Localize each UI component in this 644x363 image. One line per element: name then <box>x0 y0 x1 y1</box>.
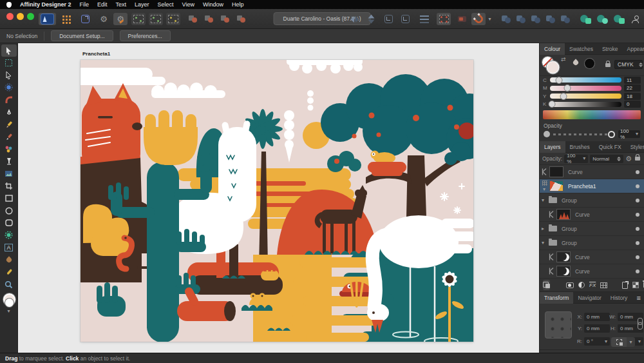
tab-layers[interactable]: Layers <box>540 141 565 153</box>
tab-brushes[interactable]: Brushes <box>565 141 594 153</box>
layer-row-curve-1[interactable]: Curve <box>540 165 644 179</box>
zoom-window-button[interactable] <box>27 13 34 20</box>
tab-navigator[interactable]: Navigator <box>573 292 605 304</box>
visibility-dot[interactable] <box>636 241 639 245</box>
swap-colours-icon[interactable]: ⇄ <box>561 56 566 63</box>
x-field[interactable]: 0 mm <box>584 313 610 321</box>
layer-effects-button[interactable]: FX <box>589 280 596 290</box>
opacity-value[interactable]: 100 %▾ <box>618 130 640 138</box>
expand-chevron[interactable]: ▾ <box>540 197 546 203</box>
visibility-dot[interactable] <box>636 270 639 273</box>
anchor-point-selector[interactable] <box>545 311 572 338</box>
fill-stroke-selector[interactable] <box>3 293 15 308</box>
insert-behind-button[interactable] <box>595 13 610 25</box>
cyan-slider[interactable] <box>550 77 621 83</box>
move-to-back-button[interactable] <box>185 13 200 25</box>
opacity-slider[interactable] <box>553 133 615 135</box>
black-value[interactable]: 0 <box>624 101 641 108</box>
pen-tool[interactable] <box>1 106 17 118</box>
picture-frame-tool[interactable] <box>1 168 17 180</box>
y-field[interactable]: 0 mm <box>584 324 610 333</box>
snapping-options-chevron[interactable]: ▾ <box>486 13 493 25</box>
boolean-intersect-button[interactable] <box>529 13 542 25</box>
boolean-combine-button[interactable] <box>559 13 572 25</box>
panel-menu-icon[interactable]: ≡ <box>634 294 644 302</box>
colour-picker-tool[interactable] <box>1 254 17 266</box>
pixel-persona-button[interactable] <box>59 13 73 25</box>
rectangle-tool[interactable] <box>1 192 17 204</box>
magenta-value[interactable]: 22 <box>624 84 641 92</box>
style-picker-tool[interactable] <box>1 266 17 279</box>
flip-vertical-button[interactable] <box>365 13 379 25</box>
alignment-button[interactable] <box>417 13 431 25</box>
fill-colour-well[interactable] <box>547 62 558 73</box>
artboard-tool[interactable] <box>1 57 17 69</box>
colour-mode-select[interactable]: CMYK <box>614 60 643 69</box>
app-menu[interactable]: Affinity Designer 2 <box>20 1 71 8</box>
minimize-window-button[interactable] <box>17 13 24 20</box>
layer-row-prancheta1[interactable]: ▾ Prancheta1 <box>540 179 644 193</box>
adjustment-layer-button[interactable] <box>578 280 585 290</box>
boolean-divide-button[interactable] <box>544 13 557 25</box>
expand-chevron[interactable]: ▸ <box>540 226 546 231</box>
layer-row-group-3[interactable]: ▾ Group <box>540 236 644 250</box>
close-window-button[interactable] <box>6 13 14 20</box>
corner-tool[interactable] <box>1 93 17 106</box>
add-layer-button[interactable] <box>622 280 628 290</box>
transparency-tool[interactable] <box>1 155 17 168</box>
preferences-button[interactable]: Preferences... <box>120 30 171 41</box>
tab-swatches[interactable]: Swatches <box>565 43 598 55</box>
account-button[interactable] <box>630 13 641 25</box>
expand-chevron[interactable]: ▾ <box>540 240 546 246</box>
black-slider[interactable] <box>550 102 621 107</box>
colour-picker-icon[interactable] <box>572 59 579 66</box>
pencil-tool[interactable] <box>1 119 17 131</box>
visibility-dot[interactable] <box>636 255 639 259</box>
show-grid-button[interactable] <box>437 13 451 25</box>
artistic-text-tool[interactable]: A <box>1 242 17 254</box>
yellow-value[interactable]: 18 <box>624 93 641 100</box>
edit-selection-box-button[interactable] <box>166 13 180 25</box>
insert-inside-button[interactable] <box>578 13 593 25</box>
tab-appearance[interactable]: Appearance <box>622 43 644 55</box>
export-persona-button[interactable] <box>77 13 93 25</box>
tab-colour[interactable]: Colour <box>540 43 565 55</box>
magenta-slider[interactable] <box>550 86 621 91</box>
layers-opacity-value[interactable]: 100 %▾ <box>564 155 588 163</box>
ellipse-tool[interactable] <box>1 204 17 217</box>
transform-mode-button[interactable]: ▾ <box>611 337 635 347</box>
yellow-slider[interactable] <box>550 93 621 99</box>
tab-quick-fx[interactable]: Quick FX <box>594 141 626 153</box>
link-dimensions-icon[interactable] <box>638 318 643 329</box>
layer-row-curve-4[interactable]: Curve <box>540 264 644 279</box>
visibility-dot[interactable] <box>636 184 639 188</box>
menu-window[interactable]: Window <box>203 1 223 8</box>
layer-row-group-2[interactable]: ▸ Group <box>540 222 644 236</box>
boolean-subtract-button[interactable] <box>515 13 527 25</box>
scale-with-object-button[interactable] <box>131 13 146 25</box>
menu-layer[interactable]: Layer <box>135 1 149 8</box>
designer-persona-button[interactable] <box>39 13 56 25</box>
artboard-label[interactable]: Prancheta1 <box>82 51 110 57</box>
layer-row-curve-2[interactable]: Curve <box>540 208 644 222</box>
menu-file[interactable]: File <box>80 1 90 8</box>
menu-edit[interactable]: Edit <box>97 1 108 8</box>
vector-brush-tool[interactable] <box>1 131 17 143</box>
tab-stroke[interactable]: Stroke <box>598 43 623 55</box>
lock-layer-icon[interactable] <box>635 157 640 161</box>
layer-row-curve-3[interactable]: Curve <box>540 250 644 264</box>
mask-layer-button[interactable] <box>566 280 574 290</box>
star-tool[interactable] <box>1 229 17 241</box>
layer-row-group-1[interactable]: ▾ Group <box>540 193 644 208</box>
add-pixel-layer-button[interactable] <box>632 280 639 290</box>
node-tool[interactable] <box>1 69 17 81</box>
artboard[interactable] <box>80 60 473 342</box>
back-one-button[interactable] <box>202 13 216 25</box>
snapping-button[interactable] <box>471 13 486 25</box>
visibility-dot[interactable] <box>636 213 639 217</box>
document-setup-button[interactable]: Document Setup... <box>51 30 113 41</box>
visibility-dot[interactable] <box>636 199 639 202</box>
lock-icon[interactable] <box>605 63 611 67</box>
insert-on-top-button[interactable] <box>612 13 627 25</box>
transform-objects-separately-button[interactable] <box>149 13 163 25</box>
